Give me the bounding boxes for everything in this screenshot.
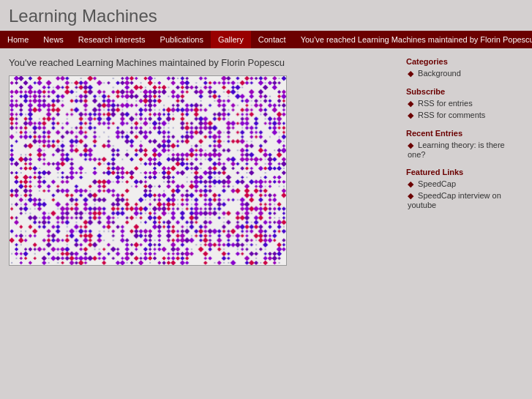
featured-title: Featured Links [406, 168, 523, 176]
sidebar-item-background[interactable]: ◆ Background [406, 69, 523, 78]
bullet-icon: ◆ [408, 69, 413, 78]
pattern-canvas [9, 75, 287, 266]
nav-research[interactable]: Research interests [71, 31, 153, 48]
sidebar-featured: Featured Links ◆ SpeedCap ◆ SpeedCap int… [406, 168, 523, 209]
bullet-icon: ◆ [408, 99, 413, 108]
main-content: You've reached Learning Machines maintai… [9, 57, 394, 268]
bullet-icon: ◆ [408, 111, 413, 119]
header: Learning Machines [0, 0, 532, 26]
sidebar-speedcap[interactable]: ◆ SpeedCap [406, 179, 523, 189]
nav-contact[interactable]: Contact [251, 31, 293, 48]
sidebar-learning-theory[interactable]: ◆ Learning theory: is there one? [406, 141, 523, 159]
bullet-icon: ◆ [408, 179, 413, 188]
bullet-icon: ◆ [408, 191, 413, 200]
content-area: You've reached Learning Machines maintai… [0, 48, 532, 277]
nav-publications[interactable]: Publications [153, 31, 211, 48]
sidebar-categories: Categories ◆ Background [406, 57, 523, 78]
recent-title: Recent Entries [406, 129, 523, 138]
site-title: Learning Machines [9, 6, 523, 26]
sidebar-rss-entries[interactable]: ◆ RSS for entries [406, 99, 523, 108]
page-headline: You've reached Learning Machines maintai… [9, 57, 394, 68]
nav-gallery[interactable]: Gallery [211, 31, 251, 48]
sidebar-recent: Recent Entries ◆ Learning theory: is the… [406, 129, 523, 159]
sidebar-speedcap-youtube[interactable]: ◆ SpeedCap interview on youtube [406, 191, 523, 209]
sidebar-subscribe: Subscribe ◆ RSS for entries ◆ RSS for co… [406, 87, 523, 120]
categories-title: Categories [406, 57, 523, 66]
subscribe-title: Subscribe [406, 87, 523, 96]
bullet-icon: ◆ [408, 141, 413, 149]
nav-bar: Home News Research interests Publication… [0, 31, 532, 48]
nav-news[interactable]: News [36, 31, 71, 48]
nav-tagline: You've reached Learning Machines maintai… [293, 31, 532, 48]
sidebar: Categories ◆ Background Subscribe ◆ RSS … [406, 57, 523, 268]
nav-home[interactable]: Home [0, 31, 36, 48]
sidebar-rss-comments[interactable]: ◆ RSS for comments [406, 111, 523, 120]
